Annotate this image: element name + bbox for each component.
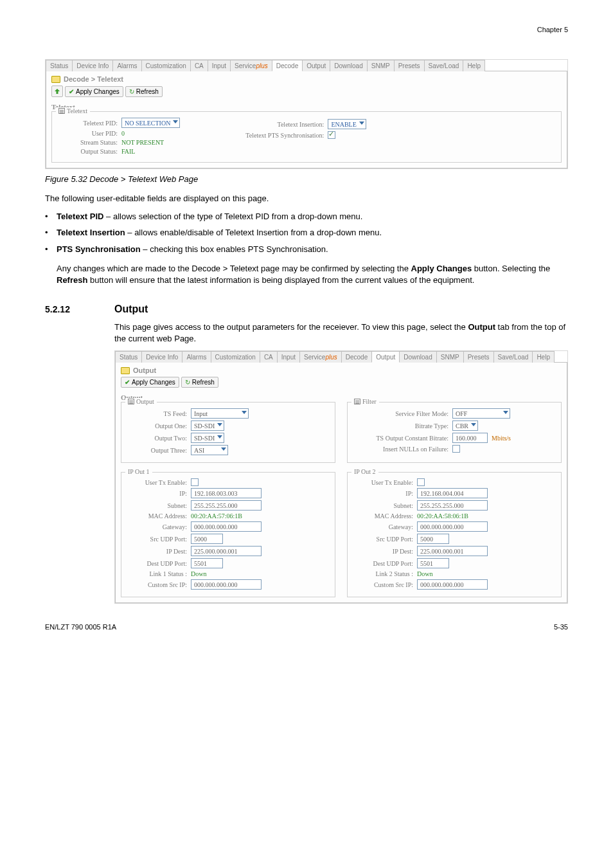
- tab-service-plus[interactable]: Serviceplus: [299, 351, 342, 363]
- bullet-list: Teletext PID – allows selection of the t…: [45, 211, 568, 255]
- tab-output[interactable]: Output: [302, 60, 330, 71]
- ip-input[interactable]: 192.168.004.004: [417, 488, 488, 498]
- tab-device-info[interactable]: Device Info: [72, 60, 113, 71]
- refresh-label: Refresh: [136, 88, 159, 95]
- up-level-button[interactable]: [51, 86, 63, 97]
- bullet-2-rest: – allows enable/disable of Teletext Inse…: [125, 228, 382, 237]
- tab-decode[interactable]: Decode: [272, 60, 303, 71]
- refresh-button[interactable]: ↻Refresh: [125, 86, 163, 97]
- link-status-value: Down: [417, 570, 432, 577]
- breadcrumb: Decode > Teletext: [51, 75, 562, 83]
- ip-label: IP:: [127, 490, 191, 497]
- tab-input[interactable]: Input: [277, 351, 300, 363]
- note-seg-1: Any changes which are made to the Decode…: [57, 264, 411, 273]
- output-intro-strong: Output: [468, 322, 495, 332]
- tab-presets[interactable]: Presets: [394, 60, 425, 71]
- stream-status-label: Stream Status:: [57, 139, 121, 146]
- output-three-select[interactable]: ASI: [191, 445, 228, 455]
- tab-customization[interactable]: Customization: [211, 351, 260, 363]
- tab-service-plus[interactable]: Serviceplus: [230, 60, 272, 71]
- tab-decode[interactable]: Decode: [341, 351, 372, 363]
- mac-address-value: 00:20:AA:57:06:1B: [191, 512, 242, 520]
- tab-alarms[interactable]: Alarms: [112, 60, 141, 71]
- constant-bitrate-input[interactable]: 160.000: [452, 433, 488, 443]
- mac-address-value: 00:20:AA:58:06:1B: [417, 512, 468, 520]
- gateway-input[interactable]: 000.000.000.000: [417, 521, 488, 532]
- service-filter-mode-label: Service Filter Mode:: [353, 410, 452, 417]
- legend-label: Filter: [362, 398, 377, 405]
- note-strong-1: Apply Changes: [411, 264, 472, 273]
- legend-label: Output: [136, 398, 154, 405]
- tab-device-info[interactable]: Device Info: [141, 351, 182, 363]
- tab-input[interactable]: Input: [208, 60, 231, 71]
- apply-changes-button[interactable]: ✔Apply Changes: [65, 86, 123, 97]
- ip-input[interactable]: 192.168.003.003: [191, 488, 262, 498]
- legend-label: IP Out 1: [128, 468, 150, 475]
- tab-save-load[interactable]: Save/Load: [493, 351, 533, 363]
- subnet-input[interactable]: 255.255.255.000: [417, 500, 488, 511]
- dest-udp-port-label: Dest UDP Port:: [127, 560, 191, 567]
- stream-status-value: NOT PRESENT: [121, 139, 164, 146]
- ip-dest-input[interactable]: 225.000.000.001: [191, 546, 262, 556]
- src-udp-port-input[interactable]: 5000: [191, 534, 223, 544]
- insert-nulls-checkbox[interactable]: [452, 445, 460, 453]
- tab-snmp[interactable]: SNMP: [436, 351, 464, 363]
- section-title: Output: [121, 392, 562, 402]
- output-status-value: FAIL: [121, 148, 135, 155]
- tab-help[interactable]: Help: [463, 60, 485, 71]
- tab-customization[interactable]: Customization: [141, 60, 191, 71]
- teletext-insertion-select[interactable]: ENABLE: [328, 119, 366, 129]
- tab-panel: Decode > Teletext ✔Apply Changes ↻Refres…: [46, 71, 567, 168]
- ip-out-2-fieldset: IP Out 2 User Tx Enable: IP:192.168.004.…: [347, 472, 562, 597]
- output-fieldset: Output TS Feed:Input Output One:SD-SDI O…: [121, 402, 335, 463]
- user-tx-enable-checkbox[interactable]: [191, 478, 199, 486]
- tab-status[interactable]: Status: [46, 60, 73, 71]
- refresh-button[interactable]: ↻Refresh: [181, 377, 218, 388]
- tab-save-load[interactable]: Save/Load: [424, 60, 464, 71]
- list-icon: [354, 399, 360, 404]
- ip-label: IP:: [353, 490, 417, 497]
- tab-download[interactable]: Download: [330, 60, 367, 71]
- dest-udp-port-input[interactable]: 5501: [191, 558, 223, 568]
- apply-changes-button[interactable]: ✔Apply Changes: [121, 377, 179, 388]
- dest-udp-port-input[interactable]: 5501: [417, 558, 449, 568]
- tab-ca[interactable]: CA: [190, 60, 208, 71]
- breadcrumb-text: Output: [133, 366, 156, 374]
- gateway-label: Gateway:: [127, 523, 191, 530]
- ts-feed-select[interactable]: Input: [191, 408, 249, 419]
- tab-output[interactable]: Output: [371, 351, 400, 363]
- output-one-label: Output One:: [127, 422, 191, 429]
- subnet-input[interactable]: 255.255.255.000: [191, 500, 262, 511]
- link-status-label: Link 1 Status :: [127, 570, 191, 577]
- tab-help[interactable]: Help: [532, 351, 555, 363]
- output-one-select[interactable]: SD-SDI: [191, 420, 224, 431]
- user-tx-enable-checkbox[interactable]: [417, 478, 425, 486]
- tab-alarms[interactable]: Alarms: [182, 351, 211, 363]
- page-header-chapter: Chapter 5: [45, 26, 568, 33]
- pts-sync-checkbox[interactable]: [328, 131, 335, 139]
- teletext-pid-select[interactable]: NO SELECTION: [121, 118, 180, 128]
- tab-status[interactable]: Status: [115, 351, 142, 363]
- list-item: PTS Synchronisation – checking this box …: [45, 244, 568, 255]
- ip-dest-input[interactable]: 225.000.000.001: [417, 546, 488, 556]
- custom-src-ip-input[interactable]: 000.000.000.000: [191, 579, 262, 590]
- gateway-input[interactable]: 000.000.000.000: [191, 521, 262, 532]
- output-two-select[interactable]: SD-SDI: [191, 433, 224, 443]
- tab-presets[interactable]: Presets: [463, 351, 494, 363]
- bitrate-type-select[interactable]: CBR: [452, 420, 478, 431]
- src-udp-port-input[interactable]: 5000: [417, 534, 449, 544]
- tab-bar: Status Device Info Alarms Customization …: [115, 351, 567, 363]
- bullet-1-strong: Teletext PID: [57, 212, 103, 221]
- tab-ca[interactable]: CA: [260, 351, 278, 363]
- insert-nulls-label: Insert NULLs on Failure:: [353, 446, 452, 453]
- breadcrumb-text: Decode > Teletext: [64, 75, 123, 83]
- service-filter-mode-select[interactable]: OFF: [452, 408, 510, 419]
- link-status-label: Link 2 Status :: [353, 570, 417, 577]
- custom-src-ip-input[interactable]: 000.000.000.000: [417, 579, 488, 590]
- tab-snmp[interactable]: SNMP: [367, 60, 395, 71]
- plus-suffix: plus: [256, 62, 267, 69]
- teletext-fieldset: Teletext Teletext PID:NO SELECTION User …: [51, 111, 562, 163]
- tab-download[interactable]: Download: [399, 351, 436, 363]
- refresh-icon: ↻: [185, 379, 190, 386]
- bullet-icon: [45, 244, 57, 255]
